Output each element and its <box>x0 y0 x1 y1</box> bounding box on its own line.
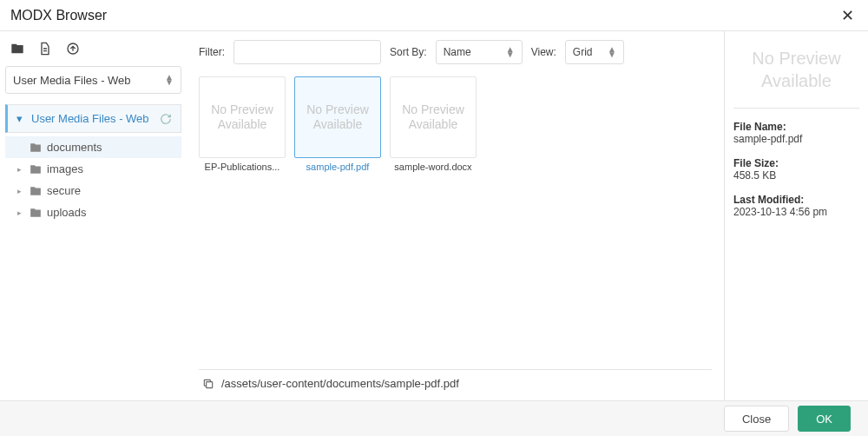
upload-icon[interactable] <box>66 42 80 56</box>
view-value: Grid <box>573 46 593 58</box>
preview-panel: No Preview Available File Name: sample-p… <box>725 31 868 400</box>
view-label: View: <box>531 46 556 58</box>
tree-children: documents ▸ images ▸ secure ▸ uploads <box>5 133 181 223</box>
file-name: sample-word.docx <box>390 158 477 172</box>
window-title: MODX Browser <box>10 8 107 23</box>
tree-item-documents[interactable]: documents <box>5 136 181 158</box>
preview-placeholder: No Preview Available <box>733 42 859 109</box>
media-source-value: User Media Files - Web <box>13 74 131 87</box>
controls: Filter: Sort By: Name ▲▼ View: Grid ▲▼ <box>199 38 712 76</box>
media-source-select[interactable]: User Media Files - Web ▲▼ <box>5 66 181 94</box>
sortby-select[interactable]: Name ▲▼ <box>436 40 523 64</box>
folder-icon <box>30 163 42 175</box>
folder-icon <box>30 142 42 154</box>
expander-icon[interactable]: ▸ <box>17 187 24 195</box>
expander-icon[interactable]: ▸ <box>17 165 24 174</box>
sortby-label: Sort By: <box>390 46 427 58</box>
close-button[interactable]: Close <box>724 406 789 432</box>
meta-modified: Last Modified: 2023-10-13 4:56 pm <box>733 194 859 218</box>
tree-item-label: images <box>47 162 83 175</box>
expander-icon[interactable]: ▸ <box>17 208 24 217</box>
tree-item-label: secure <box>47 184 81 197</box>
tree-item-label: uploads <box>47 206 87 219</box>
sidebar-toolbar <box>5 38 181 66</box>
file-thumb[interactable]: No Preview Available sample-pdf.pdf <box>294 76 381 172</box>
meta-filesize: File Size: 458.5 KB <box>733 157 859 182</box>
svg-rect-1 <box>207 381 213 387</box>
file-thumb[interactable]: No Preview Available sample-word.docx <box>390 76 477 172</box>
meta-filename: File Name: sample-pdf.pdf <box>733 121 859 145</box>
file-grid: No Preview Available EP-Publications... … <box>199 76 712 172</box>
view-select[interactable]: Grid ▲▼ <box>565 40 624 64</box>
ok-button[interactable]: OK <box>798 406 851 432</box>
footer: Close OK <box>0 400 868 436</box>
sidebar: User Media Files - Web ▲▼ ▾ User Media F… <box>0 31 187 400</box>
tree-root[interactable]: ▾ User Media Files - Web <box>5 104 181 133</box>
folder-icon <box>30 185 42 197</box>
chevron-updown-icon: ▲▼ <box>608 47 616 57</box>
chevron-updown-icon: ▲▼ <box>506 47 515 57</box>
chevron-updown-icon: ▲▼ <box>165 75 174 85</box>
file-icon[interactable] <box>38 42 52 56</box>
folder-icon[interactable] <box>10 42 24 56</box>
filter-input[interactable] <box>233 40 381 64</box>
tree-item-images[interactable]: ▸ images <box>5 158 181 180</box>
content: User Media Files - Web ▲▼ ▾ User Media F… <box>0 30 868 400</box>
tree-item-secure[interactable]: ▸ secure <box>5 180 181 201</box>
file-thumb[interactable]: No Preview Available EP-Publications... <box>199 76 286 172</box>
file-name: sample-pdf.pdf <box>294 158 381 172</box>
path-bar: /assets/user-content/documents/sample-pd… <box>199 369 712 393</box>
chevron-down-icon: ▾ <box>16 112 23 125</box>
no-preview-text: No Preview Available <box>200 102 285 132</box>
close-icon[interactable]: ✕ <box>838 3 858 29</box>
refresh-icon[interactable] <box>160 113 172 125</box>
sortby-value: Name <box>444 46 471 58</box>
main-panel: Filter: Sort By: Name ▲▼ View: Grid ▲▼ N… <box>187 31 725 400</box>
tree-item-uploads[interactable]: ▸ uploads <box>5 201 181 223</box>
tree-root-label: User Media Files - Web <box>31 112 149 125</box>
copy-icon[interactable] <box>202 378 214 390</box>
path-text: /assets/user-content/documents/sample-pd… <box>221 377 459 390</box>
no-preview-text: No Preview Available <box>295 102 380 132</box>
folder-icon <box>30 207 42 219</box>
header: MODX Browser ✕ <box>0 0 868 30</box>
file-name: EP-Publications... <box>199 158 286 172</box>
tree-item-label: documents <box>47 141 102 154</box>
filter-label: Filter: <box>199 46 225 58</box>
no-preview-text: No Preview Available <box>391 102 476 132</box>
